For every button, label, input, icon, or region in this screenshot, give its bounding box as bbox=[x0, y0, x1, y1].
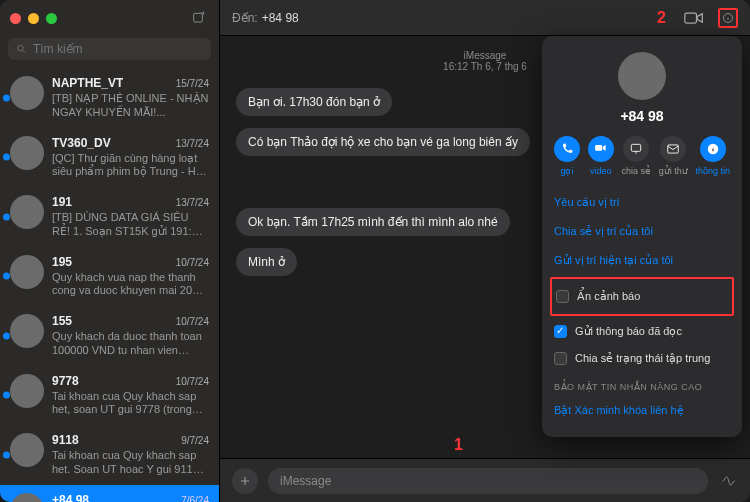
conversation-preview: Quy khach vua nap the thanh cong va duoc… bbox=[52, 271, 209, 299]
conversation-name: 155 bbox=[52, 314, 72, 328]
conversation-item[interactable]: 19113/7/24[TB] DÙNG DATA GIÁ SIÊU RẺ! 1.… bbox=[0, 187, 219, 247]
message-bubble[interactable]: Mình ở bbox=[236, 248, 297, 276]
conversation-preview: Quy khach da duoc thanh toan 100000 VND … bbox=[52, 330, 209, 358]
location-link[interactable]: Chia sẻ vị trí của tôi bbox=[554, 217, 730, 246]
security-section-label: BẢO MẬT TIN NHẮN NÂNG CAO bbox=[554, 382, 730, 392]
info-icon[interactable] bbox=[718, 8, 738, 28]
conversation-date: 7/6/24 bbox=[181, 495, 209, 503]
conversation-preview: [TB] NẠP THẺ ONLINE - NHẬN NGAY KHUYẾN M… bbox=[52, 92, 209, 120]
sidebar: NAPTHE_VT15/7/24[TB] NẠP THẺ ONLINE - NH… bbox=[0, 0, 220, 502]
titlebar bbox=[0, 0, 219, 36]
conversation-item[interactable]: 977810/7/24Tai khoan cua Quy khach sap h… bbox=[0, 366, 219, 426]
message-bubble[interactable]: Có bạn Thảo đợi hộ xe cho bạn vé ga long… bbox=[236, 128, 530, 156]
hide-alerts-row[interactable]: Ẩn cảnh báo 3 bbox=[550, 277, 734, 316]
unread-dot-icon bbox=[3, 332, 10, 339]
unread-dot-icon bbox=[3, 94, 10, 101]
conversation-preview: [QC] Thư giãn cùng hàng loạt siêu phẩm p… bbox=[52, 152, 209, 180]
verify-key-link[interactable]: Bật Xác minh khóa liên hệ bbox=[554, 396, 730, 425]
facetime-video-icon[interactable] bbox=[684, 8, 704, 28]
details-panel: +84 98 gọivideochia sẻgửi thưthông tin Y… bbox=[542, 36, 742, 437]
info-icon bbox=[700, 136, 726, 162]
avatar bbox=[10, 76, 44, 110]
unread-dot-icon bbox=[3, 213, 10, 220]
compose-icon[interactable] bbox=[189, 8, 209, 28]
read-receipt-checkbox[interactable] bbox=[554, 325, 567, 338]
mail-icon bbox=[660, 136, 686, 162]
avatar bbox=[10, 195, 44, 229]
voice-memo-icon[interactable] bbox=[718, 471, 738, 491]
conversation-name: 9118 bbox=[52, 433, 79, 447]
avatar bbox=[10, 136, 44, 170]
conversation-name: TV360_DV bbox=[52, 136, 111, 150]
add-attachment-button[interactable] bbox=[232, 468, 258, 494]
unread-dot-icon bbox=[3, 392, 10, 399]
conversation-preview: Tai khoan cua Quy khach sap het, soan UT… bbox=[52, 390, 209, 418]
annotation-1: 1 bbox=[454, 436, 463, 454]
minimize-window-icon[interactable] bbox=[28, 13, 39, 24]
svg-rect-6 bbox=[668, 145, 679, 153]
annotation-2: 2 bbox=[657, 9, 666, 27]
contact-name: +84 98 bbox=[554, 108, 730, 124]
video-icon bbox=[588, 136, 614, 162]
unread-dot-icon bbox=[3, 273, 10, 280]
message-bubble[interactable]: Bạn ơi. 17h30 đón bạn ở bbox=[236, 88, 392, 116]
conversation-name: 9778 bbox=[52, 374, 79, 388]
phone-icon bbox=[554, 136, 580, 162]
svg-rect-0 bbox=[194, 13, 203, 22]
contact-avatar[interactable] bbox=[618, 52, 666, 100]
action-phone[interactable]: gọi bbox=[554, 136, 580, 176]
share-icon bbox=[623, 136, 649, 162]
conversation-item[interactable]: 91189/7/24Tai khoan cua Quy khach sap he… bbox=[0, 425, 219, 485]
to-value: +84 98 bbox=[262, 11, 299, 25]
message-bubble[interactable]: Ok bạn. Tầm 17h25 mình đến thì mình alo … bbox=[236, 208, 510, 236]
conversation-date: 13/7/24 bbox=[176, 197, 209, 208]
focus-share-checkbox[interactable] bbox=[554, 352, 567, 365]
conversation-name: +84 98 bbox=[52, 493, 89, 503]
avatar bbox=[10, 314, 44, 348]
conversation-item[interactable]: NAPTHE_VT15/7/24[TB] NẠP THẺ ONLINE - NH… bbox=[0, 68, 219, 128]
conversation-item[interactable]: +84 987/6/24+84 98 đã yêu thích "Vâng ạ" bbox=[0, 485, 219, 503]
search-bar[interactable] bbox=[8, 38, 211, 60]
maximize-window-icon[interactable] bbox=[46, 13, 57, 24]
search-icon bbox=[16, 43, 27, 55]
conversation-header: Đến: +84 98 2 bbox=[220, 0, 750, 36]
to-label: Đến: bbox=[232, 11, 258, 25]
action-mail[interactable]: gửi thư bbox=[659, 136, 688, 176]
conversation-date: 15/7/24 bbox=[176, 78, 209, 89]
conversation-date: 10/7/24 bbox=[176, 376, 209, 387]
avatar bbox=[10, 255, 44, 289]
unread-dot-icon bbox=[3, 154, 10, 161]
contact-actions: gọivideochia sẻgửi thưthông tin bbox=[554, 136, 730, 176]
conversation-date: 9/7/24 bbox=[181, 435, 209, 446]
search-input[interactable] bbox=[33, 42, 203, 56]
message-input[interactable]: iMessage bbox=[268, 468, 708, 494]
avatar bbox=[10, 493, 44, 503]
svg-rect-2 bbox=[685, 13, 697, 23]
location-link[interactable]: Yêu cầu vị trí bbox=[554, 188, 730, 217]
conversation-preview: [TB] DÙNG DATA GIÁ SIÊU RẺ! 1. Soạn ST15… bbox=[52, 211, 209, 239]
hide-alerts-checkbox[interactable] bbox=[556, 290, 569, 303]
conversation-item[interactable]: 15510/7/24Quy khach da duoc thanh toan 1… bbox=[0, 306, 219, 366]
action-video[interactable]: video bbox=[588, 136, 614, 176]
svg-rect-4 bbox=[595, 145, 602, 151]
conversation-name: 191 bbox=[52, 195, 72, 209]
conversation-date: 10/7/24 bbox=[176, 257, 209, 268]
focus-share-row[interactable]: Chia sẻ trạng thái tập trung bbox=[554, 345, 730, 372]
avatar bbox=[10, 433, 44, 467]
conversation-list: NAPTHE_VT15/7/24[TB] NẠP THẺ ONLINE - NH… bbox=[0, 68, 219, 502]
read-receipt-row[interactable]: Gửi thông báo đã đọc bbox=[554, 318, 730, 345]
conversation-item[interactable]: 19510/7/24Quy khach vua nap the thanh co… bbox=[0, 247, 219, 307]
location-link[interactable]: Gửi vị trí hiện tại của tôi bbox=[554, 246, 730, 275]
unread-dot-icon bbox=[3, 451, 10, 458]
conversation-name: 195 bbox=[52, 255, 72, 269]
main: Đến: +84 98 2 iMessage 16:12 Th 6, 7 thg… bbox=[220, 0, 750, 502]
action-info[interactable]: thông tin bbox=[695, 136, 730, 176]
conversation-item[interactable]: TV360_DV13/7/24[QC] Thư giãn cùng hàng l… bbox=[0, 128, 219, 188]
conversation-date: 13/7/24 bbox=[176, 138, 209, 149]
avatar bbox=[10, 374, 44, 408]
conversation-date: 10/7/24 bbox=[176, 316, 209, 327]
action-share[interactable]: chia sẻ bbox=[621, 136, 651, 176]
conversation-preview: Tai khoan cua Quy khach sap het. Soan UT… bbox=[52, 449, 209, 477]
conversation-name: NAPTHE_VT bbox=[52, 76, 123, 90]
close-window-icon[interactable] bbox=[10, 13, 21, 24]
